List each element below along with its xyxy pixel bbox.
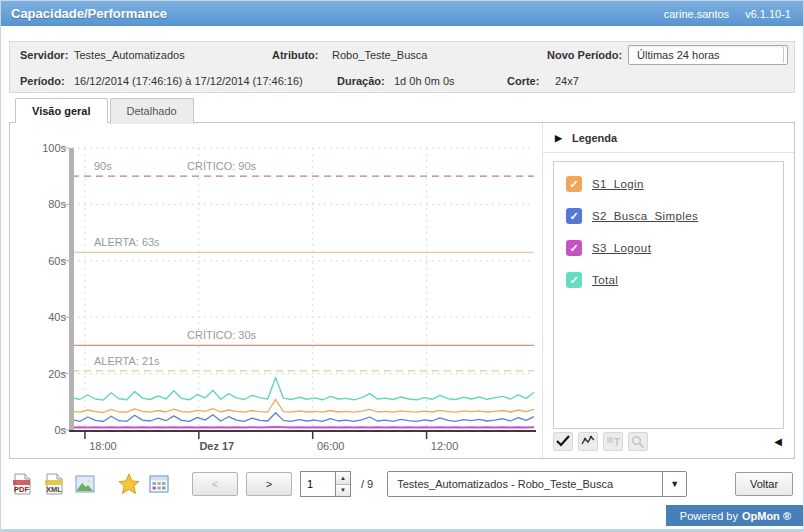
next-page-button[interactable]: > (246, 472, 292, 496)
legend-item: ✓ Total (566, 272, 783, 288)
svg-text:Dez 17: Dez 17 (199, 440, 234, 452)
corte-label: Corte: (507, 75, 539, 87)
novo-periodo-value: Últimas 24 horas (637, 49, 720, 61)
servidor-label: Servidor: (20, 49, 68, 61)
novo-periodo-label: Novo Período: (547, 49, 622, 61)
legend-checkbox-s2-busca-simples[interactable]: ✓ (566, 208, 582, 224)
app-window: Capacidade/Performance carine.santos v6.… (0, 0, 804, 532)
legend-checkbox-s3-logout[interactable]: ✓ (566, 240, 582, 256)
check-all-icon[interactable] (553, 432, 573, 451)
svg-text:T: T (614, 437, 620, 447)
powered-by-text: Powered by (680, 510, 738, 522)
annotations-icon: T (603, 432, 623, 451)
view-tabs: Visão geral Detalhado (15, 98, 196, 124)
duracao-value: 1d 0h 0m 0s (394, 75, 455, 87)
prev-page-button[interactable]: < (192, 472, 238, 496)
legend-toolbar: T ◀ (553, 429, 784, 453)
tab-detalhado[interactable]: Detalhado (110, 98, 194, 124)
legend-label-s3-logout[interactable]: S3_Logout (592, 242, 651, 254)
legend-title: Legenda (572, 132, 617, 144)
legend-label-total[interactable]: Total (592, 274, 618, 286)
legend-checkbox-total[interactable]: ✓ (566, 272, 582, 288)
context-info-panel: Servidor: Testes_Automatizados Atributo:… (9, 41, 795, 93)
duracao-label: Duração: (337, 75, 385, 87)
powered-by-badge: Powered by OpMon ® (666, 505, 803, 526)
logged-user: carine.santos (664, 8, 729, 20)
export-pdf-icon[interactable]: PDF (11, 473, 34, 496)
svg-text:CRÍTICO: 90s: CRÍTICO: 90s (187, 160, 257, 172)
novo-periodo-select[interactable]: Últimas 24 horas (628, 45, 788, 65)
legend-item: ✓ S2_Busca_Simples (566, 208, 783, 224)
svg-text:18:00: 18:00 (89, 440, 117, 452)
service-select-value: Testes_Automatizados - Robo_Teste_Busca (397, 478, 613, 490)
legend-label-s1-login[interactable]: S1_Login (592, 178, 644, 190)
collapse-legend-icon[interactable]: ◀ (774, 436, 784, 447)
legend-collapse-arrow-icon[interactable]: ▶ (555, 133, 562, 143)
legend-item: ✓ S1_Login (566, 176, 783, 192)
main-panel: 0s20s40s60s80s100sCRÍTICO: 90s90sALERTA:… (9, 122, 795, 459)
corte-value: 24x7 (555, 75, 579, 87)
brand-name: OpMon ® (742, 510, 791, 522)
svg-text:ALERTA: 21s: ALERTA: 21s (94, 355, 160, 367)
performance-chart: 0s20s40s60s80s100sCRÍTICO: 90s90sALERTA:… (12, 125, 542, 460)
legend-label-s2-busca-simples[interactable]: S2_Busca_Simples (592, 210, 698, 222)
periodo-value: 16/12/2014 (17:46:16) à 17/12/2014 (17:4… (74, 75, 303, 87)
periodo-label: Período: (20, 75, 65, 87)
line-chart-icon[interactable] (578, 432, 598, 451)
svg-text:CRÍTICO: 30s: CRÍTICO: 30s (187, 329, 257, 341)
svg-text:12:00: 12:00 (431, 440, 459, 452)
legend-item: ✓ S3_Logout (566, 240, 783, 256)
page-title: Capacidade/Performance (1, 6, 167, 21)
export-image-icon[interactable] (75, 474, 95, 494)
page-number-box: ▲ ▼ (300, 471, 351, 497)
atributo-label: Atributo: (272, 49, 318, 61)
legend-panel: ▶ Legenda ✓ S1_Login ✓ S2_Busca_Simples … (542, 123, 794, 458)
svg-text:PDF: PDF (14, 485, 29, 494)
service-select[interactable]: Testes_Automatizados - Robo_Teste_Busca … (387, 471, 687, 497)
legend-box: ✓ S1_Login ✓ S2_Busca_Simples ✓ S3_Logou… (553, 161, 784, 429)
legend-checkbox-s1-login[interactable]: ✓ (566, 176, 582, 192)
chevron-down-icon: ▼ (662, 472, 686, 496)
zoom-icon (628, 432, 648, 451)
favorite-star-icon[interactable] (118, 473, 140, 495)
tab-visao-geral[interactable]: Visão geral (15, 98, 108, 123)
svg-text:ALERTA: 63s: ALERTA: 63s (94, 236, 160, 248)
svg-text:06:00: 06:00 (317, 440, 345, 452)
report-calendar-icon[interactable] (149, 474, 169, 494)
bottom-toolbar: PDF XML (11, 469, 793, 499)
svg-text:90s: 90s (94, 160, 112, 172)
page-spinner: ▲ ▼ (335, 472, 350, 496)
voltar-button[interactable]: Voltar (735, 472, 793, 496)
spinner-up-icon[interactable]: ▲ (336, 472, 350, 485)
app-version: v6.1.10-1 (745, 8, 791, 20)
page-number-input[interactable] (301, 472, 335, 496)
spinner-down-icon[interactable]: ▼ (336, 485, 350, 497)
servidor-value: Testes_Automatizados (74, 49, 185, 61)
page-total: / 9 (361, 478, 373, 490)
svg-text:XML: XML (46, 485, 62, 494)
title-bar: Capacidade/Performance carine.santos v6.… (1, 1, 803, 26)
export-xml-icon[interactable]: XML (43, 473, 66, 496)
atributo-value: Robo_Teste_Busca (332, 49, 427, 61)
